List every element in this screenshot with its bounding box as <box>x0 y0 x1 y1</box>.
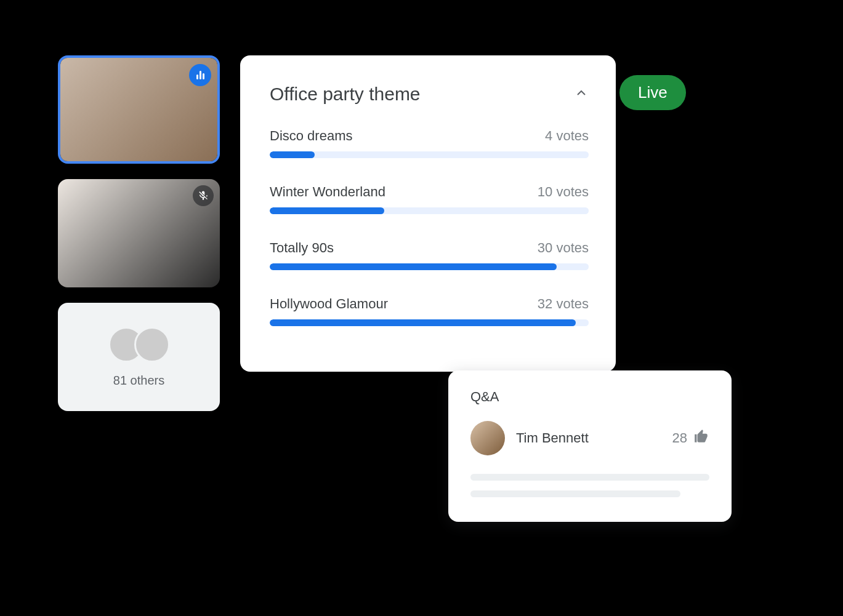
poll-option-votes: 4 votes <box>545 128 589 144</box>
qa-upvote-button[interactable]: 28 <box>672 428 709 448</box>
poll-option-name: Disco dreams <box>270 128 352 144</box>
poll-bar-fill <box>270 151 315 158</box>
qa-card: Q&A Tim Bennett 28 <box>448 370 732 522</box>
qa-user[interactable]: Tim Bennett <box>470 421 589 455</box>
thumbs-up-icon <box>693 428 709 448</box>
poll-option[interactable]: Totally 90s30 votes <box>270 240 589 270</box>
poll-option[interactable]: Hollywood Glamour32 votes <box>270 296 589 326</box>
qa-text-placeholder-line <box>470 474 709 481</box>
poll-bar-fill <box>270 263 557 270</box>
others-avatars <box>108 327 170 362</box>
poll-bar-track <box>270 151 589 158</box>
poll-option-votes: 32 votes <box>538 296 589 312</box>
poll-option-votes: 30 votes <box>538 240 589 256</box>
qa-upvote-count: 28 <box>672 430 687 446</box>
poll-bar-fill <box>270 319 576 326</box>
avatar <box>470 421 505 455</box>
poll-card: Office party theme Disco dreams4 votesWi… <box>240 55 616 372</box>
poll-option-name: Hollywood Glamour <box>270 296 388 312</box>
speaking-indicator-icon <box>189 64 211 86</box>
poll-title: Office party theme <box>270 84 421 105</box>
avatar <box>134 327 170 362</box>
poll-option-votes: 10 votes <box>538 184 589 200</box>
live-badge: Live <box>619 75 686 110</box>
participant-others-tile[interactable]: 81 others <box>58 303 220 411</box>
qa-text-placeholder-line <box>470 490 680 497</box>
poll-bar-fill <box>270 207 384 214</box>
qa-user-name: Tim Bennett <box>516 430 589 446</box>
poll-option[interactable]: Winter Wonderland10 votes <box>270 184 589 214</box>
collapse-button[interactable] <box>574 86 589 103</box>
participant-tile-speaking[interactable] <box>58 55 220 164</box>
participants-column: 81 others <box>58 55 220 411</box>
poll-option-name: Totally 90s <box>270 240 334 256</box>
poll-option-name: Winter Wonderland <box>270 184 385 200</box>
qa-title: Q&A <box>470 389 709 405</box>
participant-tile-muted[interactable] <box>58 179 220 287</box>
others-count-label: 81 others <box>113 374 164 388</box>
poll-bar-track <box>270 319 589 326</box>
poll-bar-track <box>270 263 589 270</box>
poll-bar-track <box>270 207 589 214</box>
poll-option[interactable]: Disco dreams4 votes <box>270 128 589 158</box>
mic-muted-icon <box>193 185 214 206</box>
